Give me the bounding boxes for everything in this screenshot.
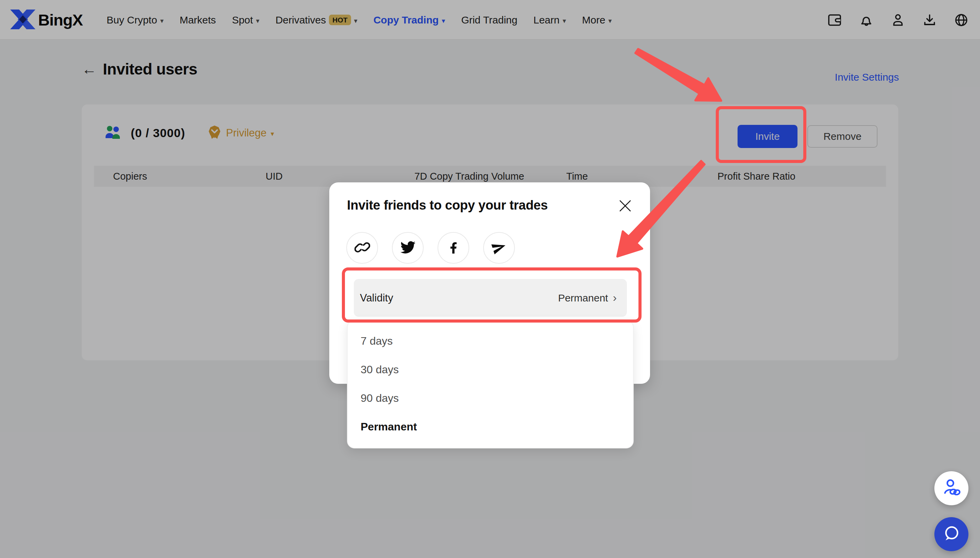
referral-float-button[interactable] <box>934 471 968 505</box>
validity-option-permanent[interactable]: Permanent <box>348 412 633 441</box>
modal-title: Invite friends to copy your trades <box>347 198 548 213</box>
validity-row[interactable]: Validity Permanent › <box>354 279 627 317</box>
facebook-share-button[interactable] <box>438 232 469 264</box>
validity-label: Validity <box>360 292 393 304</box>
chevron-right-icon: › <box>613 292 617 303</box>
bingx-invited-users-screen: BingX Buy Crypto ▾ Markets Spot ▾ Deriva… <box>0 0 980 558</box>
validity-option-7-days[interactable]: 7 days <box>348 327 633 355</box>
facebook-icon <box>446 240 461 256</box>
twitter-share-button[interactable] <box>392 232 423 264</box>
support-chat-button[interactable] <box>934 517 968 551</box>
telegram-icon <box>491 240 507 256</box>
twitter-icon <box>400 240 415 256</box>
copy-link-button[interactable] <box>346 232 378 264</box>
close-icon[interactable] <box>618 199 632 213</box>
validity-option-30-days[interactable]: 30 days <box>348 355 633 384</box>
validity-dropdown: 7 days 30 days 90 days Permanent <box>347 320 634 448</box>
referral-person-link-icon <box>942 478 961 499</box>
validity-option-90-days[interactable]: 90 days <box>348 384 633 412</box>
chat-bubble-icon <box>942 524 961 544</box>
telegram-share-button[interactable] <box>483 232 515 264</box>
link-icon <box>354 240 370 256</box>
validity-current-value: Permanent <box>558 292 608 304</box>
share-options-row <box>346 232 515 264</box>
